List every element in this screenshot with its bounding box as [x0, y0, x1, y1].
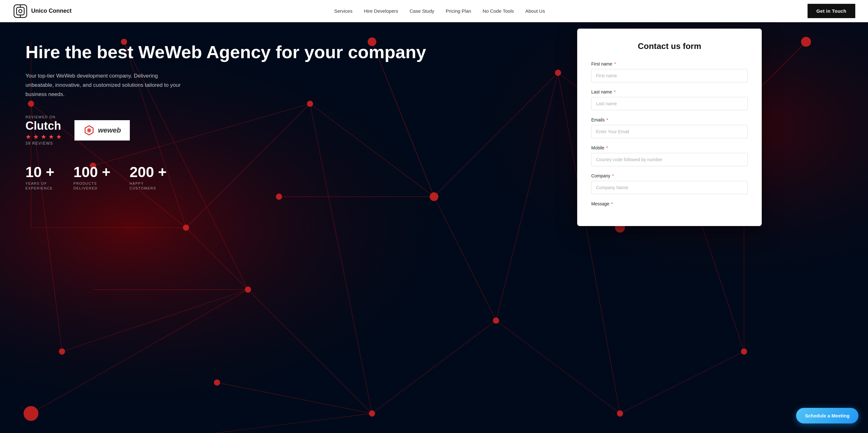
stat-customers: 200 + HAPPYCUSTOMERS — [129, 165, 166, 191]
form-group-company: Company * — [591, 173, 748, 194]
stat-customers-label: HAPPYCUSTOMERS — [129, 181, 166, 191]
stat-years-number: 10 + — [26, 165, 54, 179]
stat-products-label: PRODUCTSDELIVERED — [73, 181, 111, 191]
company-label: Company * — [591, 173, 748, 178]
last-name-input[interactable] — [591, 97, 748, 110]
message-label: Message * — [591, 201, 748, 206]
star-4: ★ — [49, 133, 54, 140]
required-star-email: * — [605, 117, 608, 123]
nav-item-no-code-tools[interactable]: No Code Tools — [483, 8, 514, 14]
stars-container: ★ ★ ★ ★ ★ — [26, 133, 62, 140]
brand-logo-icon — [13, 3, 28, 19]
svg-point-2 — [19, 9, 22, 13]
required-star-last-name: * — [613, 89, 616, 94]
schedule-meeting-button[interactable]: Schedule a Meeting — [796, 408, 859, 424]
stat-products: 100 + PRODUCTSDELIVERED — [73, 165, 111, 191]
star-2: ★ — [33, 133, 39, 140]
brand-logo-area[interactable]: Unico Connect — [13, 3, 71, 19]
required-star-first-name: * — [613, 61, 616, 66]
stat-products-number: 100 + — [73, 165, 111, 179]
reviewed-on-label: REVIEWED ON — [26, 115, 62, 119]
star-5: ★ — [56, 133, 62, 140]
stat-years: 10 + YEARS OFEXPERIENCE — [26, 165, 54, 191]
nav-item-services[interactable]: Services — [334, 8, 352, 14]
email-input[interactable] — [591, 125, 748, 138]
nav-item-about-us[interactable]: About Us — [525, 8, 545, 14]
svg-rect-1 — [17, 7, 24, 15]
mobile-label: Mobile * — [591, 145, 748, 151]
brand-name: Unico Connect — [31, 8, 71, 14]
hero-title: Hire the best WeWeb Agency for your comp… — [26, 41, 458, 63]
nav-item-hire-developers[interactable]: Hire Developers — [364, 8, 398, 14]
hero-subtitle: Your top-tier WeWeb development company.… — [26, 71, 185, 99]
form-title: Contact us form — [591, 41, 748, 51]
first-name-label: First name * — [591, 61, 748, 66]
stat-customers-number: 200 + — [129, 165, 166, 179]
nav-links: Services Hire Developers Case Study Pric… — [334, 8, 545, 14]
form-group-mobile: Mobile * — [591, 145, 748, 166]
star-1: ★ — [26, 133, 31, 140]
clutch-name: Clutch — [26, 120, 62, 132]
email-label: Emails * — [591, 117, 748, 123]
last-name-label: Last name * — [591, 89, 748, 94]
weweb-icon — [83, 125, 95, 136]
get-in-touch-button[interactable]: Get in Touch — [808, 4, 855, 18]
form-group-last-name: Last name * — [591, 89, 748, 110]
navbar: Unico Connect Services Hire Developers C… — [0, 0, 868, 22]
badges-row: REVIEWED ON Clutch ★ ★ ★ ★ ★ 39 REVIEWS — [26, 115, 458, 145]
weweb-label: weweb — [98, 126, 121, 134]
form-group-message: Message * — [591, 201, 748, 206]
nav-item-case-study[interactable]: Case Study — [409, 8, 434, 14]
stat-years-label: YEARS OFEXPERIENCE — [26, 181, 54, 191]
form-group-email: Emails * — [591, 117, 748, 138]
required-star-message: * — [610, 201, 613, 206]
clutch-badge: REVIEWED ON Clutch ★ ★ ★ ★ ★ 39 REVIEWS — [26, 115, 62, 145]
form-group-first-name: First name * — [591, 61, 748, 82]
hero-section: Hire the best WeWeb Agency for your comp… — [0, 22, 868, 433]
required-star-mobile: * — [605, 145, 608, 151]
mobile-input[interactable] — [591, 153, 748, 166]
hero-right-form: Contact us form First name * Last name *… — [477, 22, 868, 433]
stats-row: 10 + YEARS OFEXPERIENCE 100 + PRODUCTSDE… — [26, 165, 458, 191]
nav-item-pricing-plan[interactable]: Pricing Plan — [446, 8, 471, 14]
hero-left-content: Hire the best WeWeb Agency for your comp… — [0, 22, 477, 433]
star-3: ★ — [41, 133, 46, 140]
company-input[interactable] — [591, 181, 748, 194]
contact-form-card: Contact us form First name * Last name *… — [577, 29, 762, 226]
reviews-count: 39 REVIEWS — [26, 141, 62, 145]
weweb-badge: weweb — [74, 120, 130, 140]
first-name-input[interactable] — [591, 69, 748, 82]
required-star-company: * — [611, 173, 614, 178]
